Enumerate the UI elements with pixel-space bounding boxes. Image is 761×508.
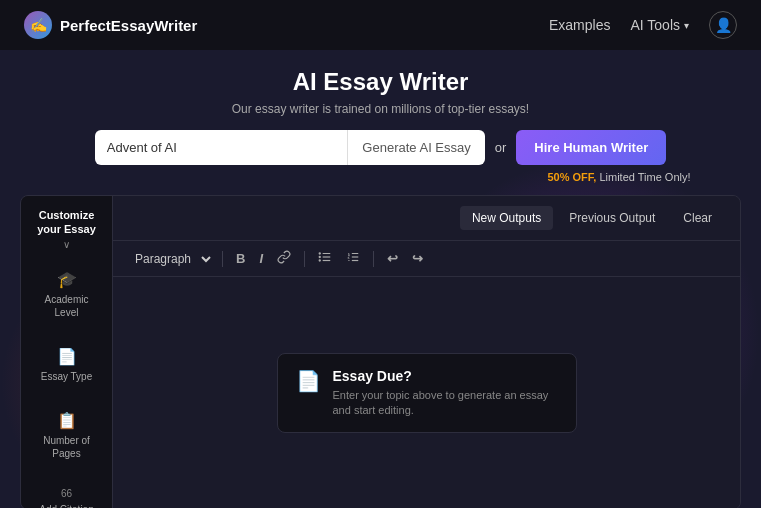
editor-area: New Outputs Previous Output Clear Paragr… <box>113 196 740 508</box>
citation-count: 66 <box>61 488 72 499</box>
hero-subtitle: Our essay writer is trained on millions … <box>0 102 761 116</box>
bullet-list-button[interactable] <box>313 247 337 270</box>
navbar: ✍️ PerfectEssayWriter Examples AI Tools … <box>0 0 761 50</box>
editor-tabs: New Outputs Previous Output Clear <box>113 196 740 241</box>
essay-type-icon: 📄 <box>57 347 77 366</box>
sidebar-item-academic-level-label: AcademicLevel <box>45 293 89 319</box>
italic-button[interactable]: I <box>254 248 268 269</box>
editor-body: 📄 Essay Due? Enter your topic above to g… <box>113 277 740 508</box>
svg-point-3 <box>319 253 320 254</box>
sidebar-item-add-citation[interactable]: 66 Add Citation <box>29 480 104 508</box>
sidebar-item-number-of-pages-label: Number ofPages <box>43 434 90 460</box>
page-title: AI Essay Writer <box>0 68 761 96</box>
essay-due-title: Essay Due? <box>333 368 558 384</box>
paragraph-select[interactable]: Paragraph <box>125 249 214 269</box>
bold-button[interactable]: B <box>231 248 250 269</box>
sidebar-item-add-citation-label: Add Citation <box>39 503 93 508</box>
sidebar-item-number-of-pages[interactable]: 📋 Number ofPages <box>29 403 104 468</box>
link-button[interactable] <box>272 247 296 270</box>
or-label: or <box>495 140 507 155</box>
toolbar-divider-1 <box>222 251 223 267</box>
ordered-list-button[interactable] <box>341 247 365 270</box>
nav-links: Examples AI Tools ▾ 👤 <box>549 11 737 39</box>
topic-input[interactable] <box>95 130 348 165</box>
hero-section: AI Essay Writer Our essay writer is trai… <box>0 50 761 195</box>
examples-link[interactable]: Examples <box>549 17 610 33</box>
user-icon[interactable]: 👤 <box>709 11 737 39</box>
undo-button[interactable]: ↩ <box>382 248 403 269</box>
essay-due-desc: Enter your topic above to generate an es… <box>333 388 558 419</box>
sidebar-expand-icon[interactable]: ∨ <box>29 239 104 250</box>
number-of-pages-icon: 📋 <box>57 411 77 430</box>
main-content: Customize your Essay ∨ 🎓 AcademicLevel 📄… <box>20 195 741 508</box>
essay-due-content: Essay Due? Enter your topic above to gen… <box>333 368 558 419</box>
sidebar-item-essay-type-label: Essay Type <box>41 370 93 383</box>
promo-rest: Limited Time Only! <box>596 171 690 183</box>
ai-tools-label: AI Tools <box>630 17 680 33</box>
input-row: Generate AI Essay or Hire Human Writer <box>0 130 761 165</box>
hire-human-writer-button[interactable]: Hire Human Writer <box>516 130 666 165</box>
sidebar-header-title: Customize your Essay <box>29 208 104 237</box>
chevron-down-icon: ▾ <box>684 20 689 31</box>
promo-bold: 50% OFF, <box>547 171 596 183</box>
essay-due-icon: 📄 <box>296 369 321 393</box>
svg-point-4 <box>319 256 320 257</box>
tab-previous-output[interactable]: Previous Output <box>557 206 667 230</box>
sidebar-item-academic-level[interactable]: 🎓 AcademicLevel <box>29 262 104 327</box>
tab-new-outputs[interactable]: New Outputs <box>460 206 553 230</box>
toolbar-divider-3 <box>373 251 374 267</box>
sidebar: Customize your Essay ∨ 🎓 AcademicLevel 📄… <box>21 196 113 508</box>
clear-button[interactable]: Clear <box>671 206 724 230</box>
svg-point-5 <box>319 260 320 261</box>
generate-button[interactable]: Generate AI Essay <box>347 130 484 165</box>
logo-icon: ✍️ <box>24 11 52 39</box>
promo-text: 50% OFF, Limited Time Only! <box>0 171 691 183</box>
essay-due-card: 📄 Essay Due? Enter your topic above to g… <box>277 353 577 434</box>
ai-tools-dropdown[interactable]: AI Tools ▾ <box>630 17 689 33</box>
redo-button[interactable]: ↪ <box>407 248 428 269</box>
toolbar-divider-2 <box>304 251 305 267</box>
sidebar-item-essay-type[interactable]: 📄 Essay Type <box>29 339 104 391</box>
brand-title: PerfectEssayWriter <box>60 17 197 34</box>
brand: ✍️ PerfectEssayWriter <box>24 11 197 39</box>
topic-input-wrapper: Generate AI Essay <box>95 130 485 165</box>
academic-level-icon: 🎓 <box>57 270 77 289</box>
editor-toolbar: Paragraph B I <box>113 241 740 277</box>
sidebar-header: Customize your Essay ∨ <box>29 208 104 250</box>
